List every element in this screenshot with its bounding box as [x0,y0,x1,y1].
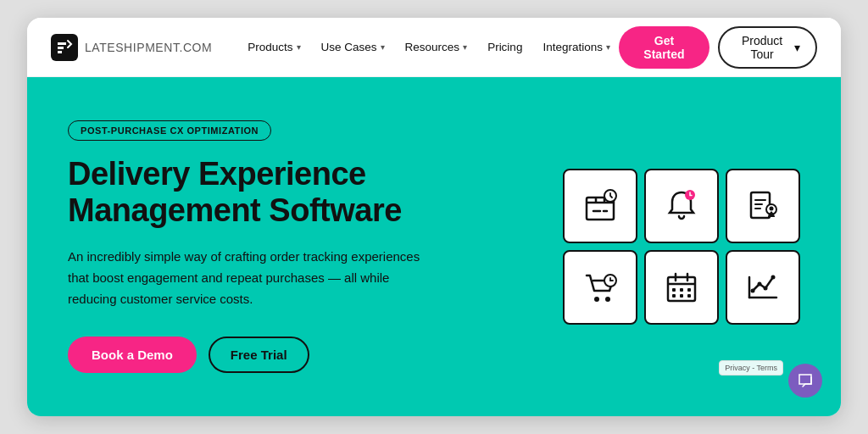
svg-rect-11 [672,288,676,292]
svg-point-6 [770,207,774,211]
nav-actions: Get Started Product Tour ▾ [619,26,817,69]
calendar-icon [661,267,702,308]
cart-icon-card [563,250,637,325]
svg-point-7 [594,297,599,302]
notification-icon [661,186,702,226]
get-started-button[interactable]: Get Started [619,26,709,69]
page-wrapper: LATESHIPMENT.COM Products ▾ Use Cases ▾ … [27,18,841,416]
product-tour-button[interactable]: Product Tour ▾ [718,26,817,69]
logo-text: LATESHIPMENT.COM [85,41,212,54]
hero-content: POST-PURCHASE CX OPTIMIZATION Delivery E… [68,120,509,374]
nav-item-pricing[interactable]: Pricing [479,36,531,58]
hero-section: POST-PURCHASE CX OPTIMIZATION Delivery E… [27,77,841,416]
svg-rect-13 [687,288,691,292]
chat-bubble-button[interactable] [788,364,822,398]
svg-rect-15 [680,294,683,298]
chevron-down-icon: ▾ [297,42,301,52]
svg-point-20 [771,275,776,280]
feature-icons-grid [563,169,800,325]
package-icon-card [563,169,637,243]
nav-item-use-cases[interactable]: Use Cases ▾ [313,36,393,58]
chevron-down-icon: ▾ [606,42,610,52]
svg-rect-12 [680,288,683,292]
svg-rect-0 [51,34,78,61]
hero-buttons: Book a Demo Free Trial [68,337,509,373]
svg-point-19 [764,287,768,291]
chevron-down-icon: ▾ [463,42,467,52]
svg-point-17 [751,289,755,293]
cart-icon [580,267,620,308]
chat-icon [797,372,814,389]
hero-description: An incredibly simple way of crafting ord… [68,247,432,309]
document-location-icon-card [726,169,800,243]
document-location-icon [743,186,783,226]
book-demo-button[interactable]: Book a Demo [68,337,197,373]
chart-icon-card [726,250,800,325]
navbar: LATESHIPMENT.COM Products ▾ Use Cases ▾ … [27,18,841,77]
hero-title: Delivery Experience Management Software [68,156,509,230]
svg-rect-16 [687,294,691,298]
logo[interactable]: LATESHIPMENT.COM [51,34,212,61]
nav-item-integrations[interactable]: Integrations ▾ [534,36,619,58]
svg-point-8 [605,297,610,302]
nav-links: Products ▾ Use Cases ▾ Resources ▾ Prici… [239,36,619,58]
privacy-badge: Privacy - Terms [719,360,783,376]
chevron-down-icon: ▾ [794,41,800,54]
free-trial-button[interactable]: Free Trial [209,337,309,373]
hero-badge: POST-PURCHASE CX OPTIMIZATION [68,120,271,141]
svg-rect-14 [672,294,676,298]
nav-item-products[interactable]: Products ▾ [239,36,309,58]
svg-point-18 [758,282,762,287]
nav-item-resources[interactable]: Resources ▾ [397,36,476,58]
logo-icon [51,34,78,61]
notification-icon-card [644,169,719,243]
calendar-icon-card [644,250,719,325]
chart-icon [743,267,783,308]
chevron-down-icon: ▾ [381,42,385,52]
package-icon [580,186,620,226]
